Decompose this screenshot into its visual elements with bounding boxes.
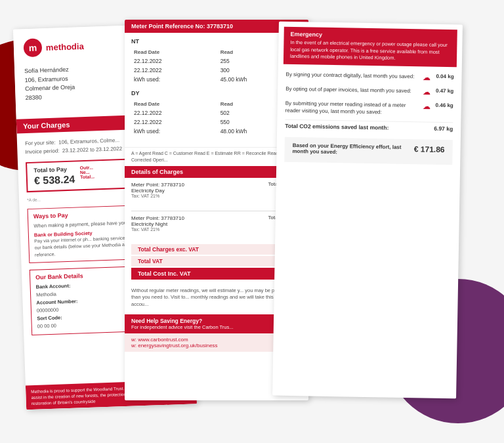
logo-letter: m <box>28 42 37 53</box>
emergency-title: Emergency <box>291 31 451 40</box>
dy-table: Read Date Read 22.12.2022 502 22.12.2022… <box>131 99 302 137</box>
meter2-tax: Tax: VAT 21% <box>131 227 184 232</box>
dy-label: DY <box>131 90 302 96</box>
nt-table: Read Date Read 22.12.2022 255 22.12.2022… <box>131 47 302 85</box>
energy-savings-row: Based on your Energy Efficiency effort, … <box>292 142 444 159</box>
saving1-value: 0.04 kg <box>436 73 453 79</box>
emergency-text: In the event of an electrical emergency … <box>290 39 451 63</box>
logo-icon: m <box>23 38 42 57</box>
nt-kwh-label: kWh used: <box>133 75 218 83</box>
meter2-ref: Meter Point: 37783710 <box>131 215 184 221</box>
cloud-icon-2: ☁ <box>423 87 430 96</box>
energy-effort-label: Based on your Energy Efficiency effort, … <box>292 142 414 156</box>
saving2-value: 0.47 kg <box>436 87 453 93</box>
meter1-type: Electricity Day <box>131 188 184 194</box>
saving3-text: By submitting your meter reading instead… <box>285 99 417 116</box>
energy-effort-value: € 171.86 <box>414 144 445 154</box>
cloud-icon-1: ☁ <box>423 73 430 82</box>
saving-row-2: By opting out of paper invoices, last mo… <box>285 85 453 96</box>
total-pay-amount: € 538.24 <box>34 173 75 186</box>
total-co2-label: Total CO2 emissions saved last month: <box>285 123 388 131</box>
saving3-value: 0.46 kg <box>436 102 453 108</box>
total-pay-label: Total to Pay <box>33 165 75 173</box>
dy-row1-date: 22.12.2022 <box>133 109 218 117</box>
total-co2-value: 6.97 kg <box>434 125 453 133</box>
meter2-type: Electricity Night <box>131 221 184 227</box>
nt-label: NT <box>131 38 302 45</box>
meter1-tax: Tax: VAT 21% <box>131 194 184 198</box>
nt-col-read-date: Read Date <box>133 49 218 56</box>
saving2-text: By opting out of paper invoices, last mo… <box>285 85 417 95</box>
total-pay-left: Total to Pay € 538.24 <box>33 165 75 186</box>
nt-row2-date: 22.12.2022 <box>133 66 218 74</box>
meter1-ref: Meter Point: 37783710 <box>131 182 184 188</box>
saving1-text: By signing your contract digitally, last… <box>285 70 417 80</box>
cloud-icon-3: ☁ <box>423 102 430 111</box>
pages-wrapper: m methodia Sofía Hernández 106, Extramur… <box>20 13 484 417</box>
saving-row-1: By signing your contract digitally, last… <box>285 70 453 82</box>
saving-row-3: By submitting your meter reading instead… <box>285 99 453 117</box>
dy-col-read-date: Read Date <box>133 100 218 108</box>
total-pay-right: Outr... Ne... Total... <box>80 165 95 185</box>
energy-savings-box: Based on your Energy Efficiency effort, … <box>284 137 453 165</box>
total-co2-row: Total CO2 emissions saved last month: 6.… <box>285 119 453 135</box>
nt-row1-date: 22.12.2022 <box>133 57 218 65</box>
dy-row2-date: 22.12.2022 <box>133 118 218 126</box>
logo-name: methodia <box>46 41 84 52</box>
dy-kwh-label: kWh used: <box>133 127 218 135</box>
emergency-box: Emergency In the event of an electrical … <box>284 27 457 67</box>
savings-section: By signing your contract digitally, last… <box>276 64 462 171</box>
page-3: Emergency In the event of an electrical … <box>272 22 463 399</box>
